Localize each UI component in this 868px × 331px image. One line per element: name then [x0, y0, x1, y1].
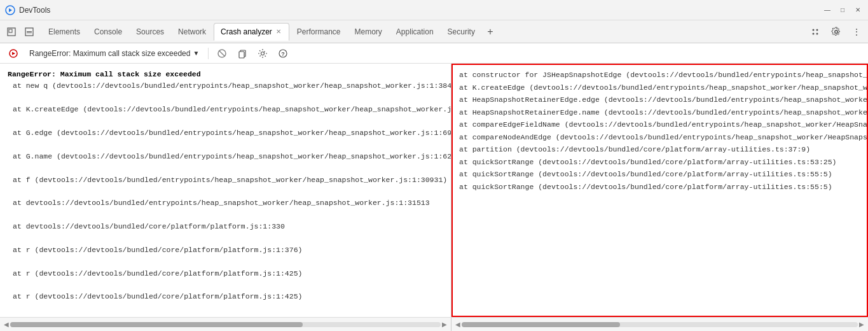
minimize-button[interactable]: —	[822, 5, 832, 15]
stack-line: at G.name (devtools://devtools/bundled/e…	[8, 151, 443, 162]
svg-rect-16	[239, 52, 244, 58]
scroll-right: ◀ ▶	[451, 318, 868, 331]
svg-point-17	[261, 52, 265, 55]
svg-rect-6	[27, 32, 32, 33]
svg-point-8	[813, 32, 815, 34]
devtools-logo-icon	[5, 5, 15, 15]
tab-network[interactable]: Network	[172, 23, 212, 41]
scroll-right-right-arrow[interactable]: ▶	[858, 321, 865, 328]
tab-console[interactable]: Console	[88, 23, 128, 41]
close-button[interactable]: ✕	[853, 5, 863, 15]
right-stack-line: at partition (devtools://devtools/bundle…	[459, 143, 860, 156]
tab-application[interactable]: Application	[390, 23, 440, 41]
help-button[interactable]: ?	[275, 45, 291, 62]
svg-marker-12	[12, 52, 15, 55]
restore-button[interactable]: □	[837, 5, 848, 15]
record-button[interactable]	[5, 45, 22, 62]
stack-line: at devtools://devtools/bundled/core/plat…	[8, 221, 443, 232]
stack-line: at r (devtools://devtools/bundled/core/p…	[8, 268, 443, 279]
svg-rect-5	[27, 31, 32, 32]
right-stack-line: at quickSortRange (devtools://devtools/b…	[459, 168, 860, 181]
svg-line-14	[219, 50, 225, 56]
error-selector-text: RangeError: Maximum call stack size exce…	[29, 49, 190, 58]
svg-marker-1	[9, 8, 12, 12]
title-bar: DevTools — □ ✕	[0, 0, 868, 20]
tab-security[interactable]: Security	[441, 23, 481, 41]
svg-text:?: ?	[282, 51, 286, 57]
right-panel: at constructor for JSHeapSnapshotEdge (d…	[451, 64, 868, 317]
tab-performance[interactable]: Performance	[291, 23, 347, 41]
tab-crash-analyzer[interactable]: Crash analyzer ✕	[214, 23, 289, 41]
title-bar-controls: — □ ✕	[822, 5, 863, 15]
main-content: RangeError: Maximum call stack size exce…	[0, 64, 868, 317]
stack-line: at G.edge (devtools://devtools/bundled/e…	[8, 127, 443, 139]
stack-line: at new q (devtools://devtools/bundled/en…	[8, 80, 443, 92]
right-stack-line: at compareEdgeFieldName (devtools://devt…	[459, 118, 860, 131]
toolbar-divider	[208, 48, 209, 59]
svg-point-9	[816, 29, 818, 31]
tab-bar: Elements Console Sources Network Crash a…	[0, 20, 868, 43]
right-stack-line: at K.createEdge (devtools://devtools/bun…	[459, 81, 860, 94]
customize-devtools-button[interactable]	[807, 23, 825, 41]
right-stack-line: at quickSortRange (devtools://devtools/b…	[459, 156, 860, 169]
scroll-right-arrow[interactable]: ▶	[441, 321, 448, 328]
right-scrollbar-track[interactable]	[462, 322, 858, 327]
right-stack-line: at HeapSnapshotRetainerEdge.name (devtoo…	[459, 106, 860, 119]
stack-line: at r (devtools://devtools/bundled/core/p…	[8, 291, 443, 302]
right-stack-line: at constructor for JSHeapSnapshotEdge (d…	[459, 69, 860, 81]
stack-line: at r (devtools://devtools/bundled/core/p…	[8, 244, 443, 256]
settings-button[interactable]	[827, 23, 845, 41]
error-selector[interactable]: RangeError: Maximum call stack size exce…	[25, 48, 203, 59]
tab-memory[interactable]: Memory	[348, 23, 389, 41]
scroll-left: ◀ ▶	[0, 318, 451, 331]
svg-point-7	[813, 29, 815, 31]
left-scrollbar-thumb[interactable]	[10, 322, 303, 327]
left-panel-content[interactable]: RangeError: Maximum call stack size exce…	[0, 64, 451, 317]
bottom-scrollbar: ◀ ▶ ◀ ▶	[0, 317, 868, 331]
title-bar-title: DevTools	[19, 6, 822, 15]
gear-button[interactable]	[254, 45, 271, 62]
stack-line: at K.createEdge (devtools://devtools/bun…	[8, 104, 443, 115]
add-tab-button[interactable]: +	[483, 24, 498, 39]
svg-point-10	[816, 32, 818, 34]
tab-bar-right-icons: ⋮	[807, 23, 865, 41]
tab-sources[interactable]: Sources	[130, 23, 170, 41]
right-scrollbar-thumb[interactable]	[462, 322, 620, 327]
tab-icon-2[interactable]	[20, 23, 38, 41]
scroll-left-arrow[interactable]: ◀	[3, 321, 10, 328]
svg-rect-3	[9, 29, 12, 32]
scroll-right-left-arrow[interactable]: ◀	[454, 321, 462, 328]
right-stack-line: at HeapSnapshotRetainerEdge.edge (devtoo…	[459, 94, 860, 106]
left-panel: RangeError: Maximum call stack size exce…	[0, 64, 451, 317]
stack-line: at devtools://devtools/bundled/entrypoin…	[8, 197, 443, 209]
more-options-button[interactable]: ⋮	[848, 23, 865, 41]
right-panel-content[interactable]: at constructor for JSHeapSnapshotEdge (d…	[453, 65, 867, 316]
stack-line: at f (devtools://devtools/bundled/entryp…	[8, 174, 443, 186]
block-icon-button[interactable]	[214, 45, 230, 62]
tab-close-crash-analyzer[interactable]: ✕	[275, 28, 282, 35]
tab-icon-1[interactable]	[3, 23, 20, 41]
chevron-down-icon: ▼	[193, 50, 199, 57]
secondary-toolbar: RangeError: Maximum call stack size exce…	[0, 43, 868, 64]
left-scrollbar-track[interactable]	[10, 322, 441, 327]
tab-bar-left-icons	[3, 23, 38, 41]
tab-elements[interactable]: Elements	[42, 23, 86, 41]
right-stack-line: at compareNodeAndEdge (devtools://devtoo…	[459, 131, 860, 144]
copy-button[interactable]	[234, 45, 251, 62]
right-stack-line: at quickSortRange (devtools://devtools/b…	[459, 181, 860, 194]
error-title: RangeError: Maximum call stack size exce…	[8, 70, 201, 78]
